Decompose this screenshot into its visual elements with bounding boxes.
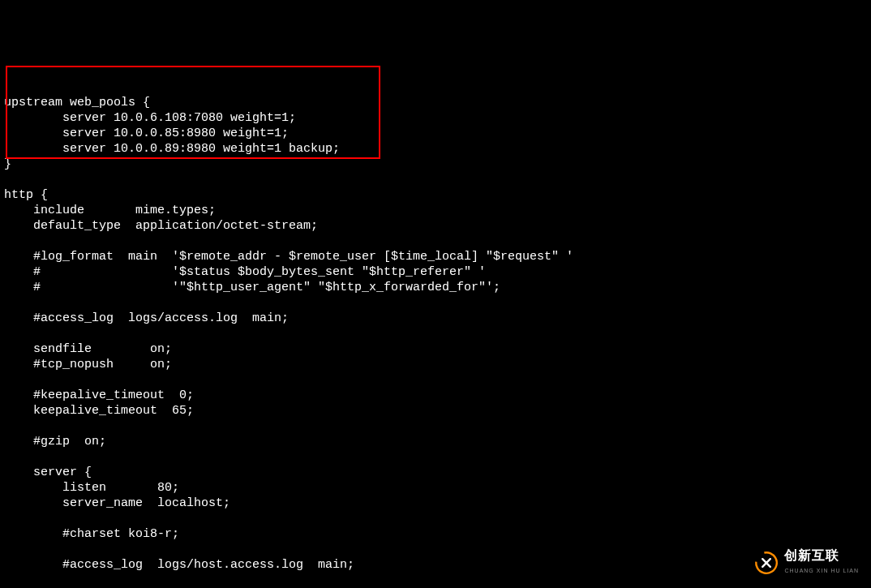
code-line — [4, 542, 867, 557]
code-line: # '$status $body_bytes_sent "$http_refer… — [4, 264, 867, 280]
code-line: #gzip on; — [4, 434, 867, 449]
code-line: } — [4, 157, 867, 172]
code-line: server_name localhost; — [4, 496, 867, 511]
code-line — [4, 573, 867, 588]
code-line — [4, 418, 867, 434]
code-line: server 10.0.0.89:8980 weight=1 backup; — [4, 141, 867, 157]
code-line: # '"$http_user_agent" "$http_x_forwarded… — [4, 280, 867, 295]
code-line — [4, 372, 867, 388]
code-line — [4, 234, 867, 249]
code-line: include mime.types; — [4, 203, 867, 218]
code-line: sendfile on; — [4, 341, 867, 357]
code-line: default_type application/octet-stream; — [4, 218, 867, 234]
code-line: #keepalive_timeout 0; — [4, 388, 867, 403]
code-line — [4, 449, 867, 465]
code-line — [4, 511, 867, 526]
code-line — [4, 326, 867, 341]
terminal-code-view: upstream web_pools { server 10.0.6.108:7… — [4, 64, 867, 588]
code-line: listen 80; — [4, 480, 867, 496]
code-line: http { — [4, 187, 867, 203]
code-line: #log_format main '$remote_addr - $remote… — [4, 249, 867, 264]
watermark-logo: 创新互联 CHUANG XIN HU LIAN — [753, 547, 859, 578]
code-line: #charset koi8-r; — [4, 526, 867, 542]
code-line: #access_log logs/host.access.log main; — [4, 557, 867, 573]
code-line: #tcp_nopush on; — [4, 357, 867, 372]
code-line: server 10.0.6.108:7080 weight=1; — [4, 110, 867, 126]
code-line: keepalive_timeout 65; — [4, 403, 867, 418]
logo-sub-text: CHUANG XIN HU LIAN — [784, 563, 859, 578]
code-line — [4, 172, 867, 187]
code-line — [4, 295, 867, 311]
code-line: upstream web_pools { — [4, 95, 867, 110]
code-line: server { — [4, 465, 867, 480]
code-line: server 10.0.0.85:8980 weight=1; — [4, 126, 867, 141]
code-line: #access_log logs/access.log main; — [4, 311, 867, 326]
logo-icon — [753, 550, 779, 576]
logo-main-text: 创新互联 — [784, 547, 859, 563]
